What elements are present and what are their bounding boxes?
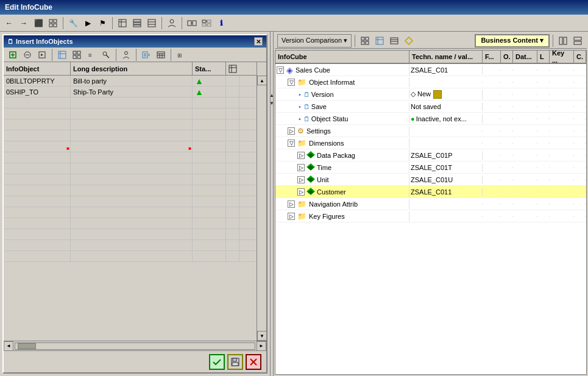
expand-dimensions[interactable]: ▽ <box>288 140 295 147</box>
cell-salescube-name: ▽ ◈ Sales Cube <box>275 65 409 76</box>
table-row[interactable] <box>4 185 257 196</box>
table-row[interactable] <box>4 240 257 251</box>
tree-row-objectinfo[interactable]: ▽ 📁 Object Informat <box>275 76 586 88</box>
rp-tb6[interactable] <box>571 34 584 48</box>
table-row[interactable] <box>4 251 257 262</box>
confirm-btn[interactable] <box>209 354 225 370</box>
scroll-up-btn[interactable]: ▲ <box>257 76 266 85</box>
svg-rect-64 <box>376 37 383 44</box>
dlg-tb2[interactable] <box>21 48 34 62</box>
link2-btn[interactable] <box>200 16 213 30</box>
right-scrollbar[interactable]: ▲ ▼ <box>257 76 266 341</box>
scroll-down-btn[interactable]: ▼ <box>257 331 266 341</box>
version-compare-btn[interactable]: Version Comparison ▾ <box>277 34 352 48</box>
table-row[interactable] <box>4 207 257 218</box>
tree-row-salescube[interactable]: ▽ ◈ Sales Cube ZSALE_C01 <box>275 64 586 76</box>
wrench-btn[interactable]: 🔧 <box>66 16 80 30</box>
dlg-tb5[interactable] <box>70 48 83 62</box>
tree-row-datapackage[interactable]: ▷ Data Packag ZSALE_C01P <box>275 149 586 161</box>
tree-row-keyfigures[interactable]: ▷ 📁 Key Figures <box>275 210 586 222</box>
dlg-tb10[interactable]: ⊞ <box>174 48 188 62</box>
svg-rect-56 <box>233 358 236 361</box>
table-row[interactable]: ■ ■ <box>4 141 257 152</box>
cell-o <box>501 69 513 71</box>
tree-row-navattrib[interactable]: ▷ 📁 Navigation Attrib <box>275 198 586 210</box>
business-content-btn[interactable]: Business Content ▾ <box>475 34 550 48</box>
expand-customer[interactable]: ▷ <box>297 188 305 196</box>
table-scroll-body[interactable]: 0BILLTOPPRTY Bill-to party ▲ 0SHIP_TO Sh… <box>4 76 257 341</box>
dlg-sep1 <box>52 49 52 61</box>
expand-objinfo[interactable]: ▽ <box>288 79 295 86</box>
cell-version-value: ◇ New <box>409 90 483 99</box>
forward-btn[interactable]: → <box>17 16 30 30</box>
rp-tb1[interactable] <box>358 34 372 48</box>
stop-btn[interactable]: ⬛ <box>32 16 45 30</box>
tree-btn[interactable] <box>46 16 60 30</box>
h-scroll-thumb[interactable] <box>15 342 255 350</box>
play-btn[interactable]: ▶ <box>81 16 94 30</box>
svg-marker-70 <box>405 37 413 44</box>
table-row[interactable] <box>4 152 257 163</box>
table1-btn[interactable] <box>116 16 129 30</box>
svg-rect-18 <box>207 20 211 23</box>
dlg-tb7[interactable] <box>99 48 113 62</box>
table-row[interactable] <box>4 229 257 240</box>
expand-settings[interactable]: ▷ <box>288 127 295 135</box>
svg-rect-67 <box>391 38 398 44</box>
dlg-tb8[interactable] <box>140 48 153 62</box>
scroll-left-btn[interactable]: ◄ <box>4 341 13 351</box>
expand-salescube[interactable]: ▽ <box>277 66 284 74</box>
info-btn[interactable]: ℹ <box>214 16 228 30</box>
table-row[interactable] <box>4 108 257 119</box>
link1-btn[interactable] <box>185 16 199 30</box>
expand-keyfigures[interactable]: ▷ <box>288 213 295 220</box>
expand-unit[interactable]: ▷ <box>297 176 305 183</box>
rp-tb2[interactable] <box>373 34 386 48</box>
dlg-tb6[interactable]: ≡ <box>85 48 98 62</box>
table-row[interactable] <box>4 163 257 174</box>
dlg-tb9[interactable] <box>154 48 168 62</box>
cell-empty <box>4 240 71 250</box>
tree-row-time[interactable]: ▷ Time ZSALE_C01T <box>275 161 586 174</box>
tree-row-settings[interactable]: ▷ ⚙ Settings <box>275 125 586 137</box>
cell-empty <box>409 204 483 205</box>
table-row[interactable]: 0SHIP_TO Ship-To Party ▲ <box>4 87 257 98</box>
dlg-tb1[interactable] <box>6 48 19 62</box>
table-row[interactable] <box>4 218 257 229</box>
table-row[interactable] <box>4 174 257 185</box>
tree-body[interactable]: ▽ ◈ Sales Cube ZSALE_C01 <box>275 64 586 374</box>
rp-tb3[interactable] <box>388 34 401 48</box>
person-btn[interactable] <box>165 16 179 30</box>
dlg-tb3[interactable] <box>35 48 49 62</box>
scroll-right-btn[interactable]: ► <box>257 341 266 351</box>
table2-btn[interactable] <box>130 16 144 30</box>
flag-btn[interactable]: ⚑ <box>96 16 109 30</box>
tree-row-dimensions[interactable]: ▽ 📁 Dimensions <box>275 137 586 149</box>
expand-datapackage[interactable]: ▷ <box>297 152 305 159</box>
dlg-tb4[interactable] <box>55 48 69 62</box>
rp-tb4[interactable] <box>402 34 416 48</box>
back-btn[interactable]: ← <box>2 16 16 30</box>
dlg-sep3 <box>136 49 136 61</box>
dlg-person-btn[interactable] <box>119 48 133 62</box>
table-row[interactable] <box>4 130 257 141</box>
dialog-close-btn[interactable]: ✕ <box>254 37 263 46</box>
save-btn[interactable] <box>227 354 243 370</box>
table-row[interactable] <box>4 119 257 130</box>
table-row[interactable] <box>4 98 257 108</box>
bottom-scrollbar[interactable]: ◄ ► <box>4 341 266 350</box>
expand-time[interactable]: ▷ <box>297 164 305 171</box>
cancel-btn[interactable] <box>246 354 261 370</box>
tree-row-save[interactable]: • 🗒 Save Not saved <box>275 101 586 113</box>
cell-salescube-tech: ZSALE_C01 <box>409 66 483 74</box>
scroll-track <box>257 85 266 331</box>
rp-tb5[interactable] <box>556 34 570 48</box>
tree-row-objstatus[interactable]: • 🗒 Object Statu ● Inactive, not ex... <box>275 113 586 125</box>
tree-row-version[interactable]: • 🗒 Version ◇ New <box>275 88 586 101</box>
expand-navattrib[interactable]: ▷ <box>288 200 295 208</box>
table-row[interactable] <box>4 196 257 207</box>
tree-row-customer[interactable]: ▷ Customer ZSALE_C011 <box>275 186 586 198</box>
tree-row-unit[interactable]: ▷ Unit ZSALE_C01U <box>275 174 586 186</box>
table-row[interactable]: 0BILLTOPPRTY Bill-to party ▲ <box>4 76 257 87</box>
table3-btn[interactable] <box>145 16 158 30</box>
